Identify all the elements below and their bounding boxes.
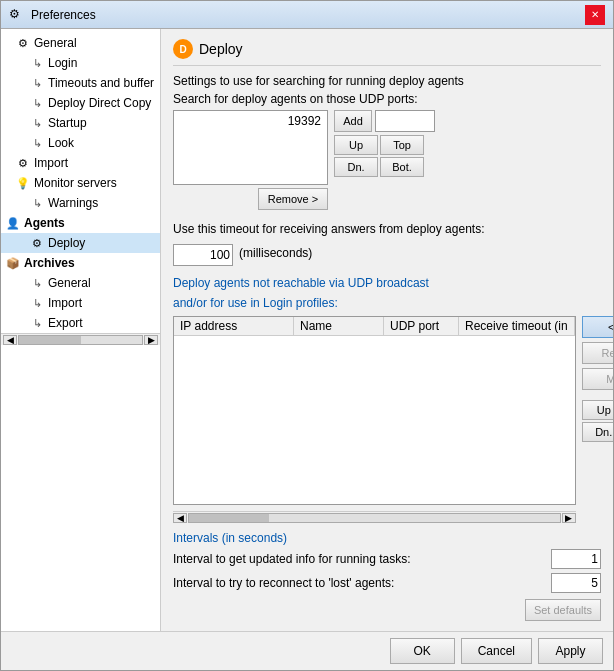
- sidebar-item-arch-import[interactable]: ↳ Import: [1, 293, 160, 313]
- port-controls: Add Up Top Dn. Bot.: [334, 110, 435, 210]
- window-icon: ⚙: [9, 7, 25, 23]
- sidebar-item-general[interactable]: ⚙ General: [1, 33, 160, 53]
- sidebar-item-agents[interactable]: 👤 Agents: [1, 213, 160, 233]
- sidebar-item-startup[interactable]: ↳ Startup: [1, 113, 160, 133]
- timeout-input[interactable]: [173, 244, 233, 266]
- monitor-icon: 💡: [15, 175, 31, 191]
- sidebar-label-login: Login: [48, 56, 77, 70]
- sidebar-item-arch-export[interactable]: ↳ Export: [1, 313, 160, 333]
- sidebar-label-monitor: Monitor servers: [34, 176, 117, 190]
- agents-table-area: IP address Name UDP port Receive timeout…: [173, 316, 601, 523]
- apply-button[interactable]: Apply: [538, 638, 603, 664]
- sidebar-label-look: Look: [48, 136, 74, 150]
- timeout-row: Use this timeout for receiving answers f…: [173, 222, 601, 240]
- port-nav-up[interactable]: Up: [334, 135, 378, 155]
- agent-nav-dn[interactable]: Dn.: [582, 422, 613, 442]
- intervals-section: Intervals (in seconds) Interval to get u…: [173, 531, 601, 621]
- port-nav-buttons: Up Top Dn. Bot.: [334, 135, 424, 177]
- sidebar-item-look[interactable]: ↳ Look: [1, 133, 160, 153]
- warnings-tree-icon: ↳: [29, 195, 45, 211]
- timeout-unit: (milliseconds): [239, 246, 312, 260]
- udp-ports-label: Search for deploy agents on those UDP po…: [173, 92, 601, 106]
- timeout-label: Use this timeout for receiving answers f…: [173, 222, 484, 236]
- sidebar-label-warnings: Warnings: [48, 196, 98, 210]
- remove-port-button[interactable]: Remove >: [258, 188, 328, 210]
- agents-table-body[interactable]: [174, 336, 575, 504]
- sidebar-label-arch-import: Import: [48, 296, 82, 310]
- login-tree-icon: ↳: [29, 55, 45, 71]
- agents-icon: 👤: [5, 215, 21, 231]
- interval2-input[interactable]: [551, 573, 601, 593]
- window-title: Preferences: [31, 8, 96, 22]
- sidebar-label-agents: Agents: [24, 216, 65, 230]
- agent-nav-up[interactable]: Up: [582, 400, 613, 420]
- port-add-input[interactable]: [375, 110, 435, 132]
- sidebar-item-import[interactable]: ⚙ Import: [1, 153, 160, 173]
- panel-title: D Deploy: [173, 39, 601, 66]
- deploy-icon-letter: D: [179, 44, 186, 55]
- sidebar-item-archives[interactable]: 📦 Archives: [1, 253, 160, 273]
- content-area: ⚙ General ↳ Login ↳ Timeouts and buffer …: [1, 29, 613, 631]
- sidebar-item-deploy[interactable]: ⚙ Deploy: [1, 233, 160, 253]
- scroll-left-btn[interactable]: ◀: [173, 513, 187, 523]
- modify-agent-button[interactable]: Modify...: [582, 368, 613, 390]
- agents-table: IP address Name UDP port Receive timeout…: [173, 316, 576, 505]
- agent-buttons: < Add... Remove > Modify... Up Top Dn. B…: [582, 316, 613, 523]
- deploy-nav-icon: ⚙: [29, 235, 45, 251]
- archives-icon: 📦: [5, 255, 21, 271]
- arch-general-tree-icon: ↳: [29, 275, 45, 291]
- sidebar-label-archives: Archives: [24, 256, 75, 270]
- intervals-title: Intervals (in seconds): [173, 531, 601, 545]
- add-agent-button[interactable]: < Add...: [582, 316, 613, 338]
- remove-agent-button[interactable]: Remove >: [582, 342, 613, 364]
- interval1-input[interactable]: [551, 549, 601, 569]
- sidebar-label-timeouts: Timeouts and buffer: [48, 76, 154, 90]
- preferences-window: ⚙ Preferences ✕ ⚙ General ↳ Login ↳ Time…: [0, 0, 614, 671]
- search-description: Settings to use for searching for runnin…: [173, 74, 601, 88]
- table-header-row: IP address Name UDP port Receive timeout…: [174, 317, 575, 336]
- sidebar-label-arch-general: General: [48, 276, 91, 290]
- table-wrapper: IP address Name UDP port Receive timeout…: [173, 316, 576, 523]
- interval2-row: Interval to try to reconnect to 'lost' a…: [173, 573, 601, 593]
- port-nav-bot[interactable]: Bot.: [380, 157, 424, 177]
- look-tree-icon: ↳: [29, 135, 45, 151]
- set-defaults-row: Set defaults: [173, 599, 601, 621]
- sidebar-scroll-right[interactable]: ▶: [144, 335, 158, 345]
- deploy-direct-tree-icon: ↳: [29, 95, 45, 111]
- table-scrollbar[interactable]: ◀ ▶: [173, 511, 576, 523]
- close-button[interactable]: ✕: [585, 5, 605, 25]
- startup-tree-icon: ↳: [29, 115, 45, 131]
- arch-export-tree-icon: ↳: [29, 315, 45, 331]
- sidebar-item-warnings[interactable]: ↳ Warnings: [1, 193, 160, 213]
- col-ip-header: IP address: [174, 317, 294, 335]
- footer: OK Cancel Apply: [1, 631, 613, 670]
- sidebar-item-arch-general[interactable]: ↳ General: [1, 273, 160, 293]
- port-nav-top[interactable]: Top: [380, 135, 424, 155]
- scroll-right-btn[interactable]: ▶: [562, 513, 576, 523]
- timeouts-tree-icon: ↳: [29, 75, 45, 91]
- main-panel: D Deploy Settings to use for searching f…: [161, 29, 613, 631]
- sidebar-label-general: General: [34, 36, 77, 50]
- scrollbar-thumb: [189, 514, 269, 522]
- sidebar-label-import: Import: [34, 156, 68, 170]
- set-defaults-button[interactable]: Set defaults: [525, 599, 601, 621]
- title-bar-left: ⚙ Preferences: [9, 7, 96, 23]
- sidebar-item-timeouts[interactable]: ↳ Timeouts and buffer: [1, 73, 160, 93]
- ok-button[interactable]: OK: [390, 638, 455, 664]
- sidebar-item-monitor[interactable]: 💡 Monitor servers: [1, 173, 160, 193]
- port-list-container: 19392 Remove >: [173, 110, 328, 210]
- add-port-button[interactable]: Add: [334, 110, 372, 132]
- sidebar-scrollbar[interactable]: ◀ ▶: [1, 333, 160, 345]
- agents-description-line2: and/or for use in Login profiles:: [173, 296, 601, 310]
- timeout-input-row: (milliseconds): [173, 244, 601, 266]
- agents-description-line1: Deploy agents not reachable via UDP broa…: [173, 276, 601, 290]
- port-list[interactable]: 19392: [173, 110, 328, 185]
- cancel-button[interactable]: Cancel: [461, 638, 532, 664]
- port-nav-dn[interactable]: Dn.: [334, 157, 378, 177]
- sidebar-label-deploy: Deploy: [48, 236, 85, 250]
- sidebar-scroll-left[interactable]: ◀: [3, 335, 17, 345]
- general-icon: ⚙: [15, 35, 31, 51]
- sidebar-item-deploy-direct[interactable]: ↳ Deploy Direct Copy: [1, 93, 160, 113]
- sidebar-item-login[interactable]: ↳ Login: [1, 53, 160, 73]
- sidebar: ⚙ General ↳ Login ↳ Timeouts and buffer …: [1, 29, 161, 631]
